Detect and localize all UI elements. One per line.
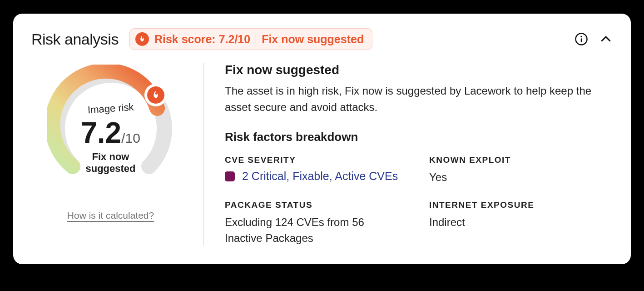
- gauge-center: Image risk 7.2/10 Fix now suggested: [47, 103, 174, 175]
- risk-score-pill: Risk score: 7.2/10 Fix now suggested: [129, 28, 372, 50]
- svg-point-1: [580, 36, 582, 38]
- svg-rect-2: [581, 38, 582, 42]
- fire-icon: [147, 86, 164, 104]
- gauge-score-value: 7.2: [81, 116, 121, 149]
- details-panel: Fix now suggested The asset is in high r…: [204, 63, 613, 246]
- risk-gauge: Image risk 7.2/10 Fix now suggested: [47, 65, 174, 192]
- risk-score-text: Risk score: 7.2/10: [154, 33, 250, 46]
- factor-value: Yes: [429, 170, 613, 186]
- header-actions: [575, 32, 613, 46]
- fire-icon: [135, 32, 149, 46]
- gauge-label: Image risk: [87, 101, 134, 116]
- pill-separator: [256, 33, 256, 45]
- factor-label: INTERNET EXPOSURE: [429, 200, 613, 210]
- breakdown-heading: Risk factors breakdown: [225, 130, 613, 144]
- card-title: Risk analysis: [31, 30, 119, 48]
- risk-factors-grid: CVE SEVERITY 2 Critical, Fixable, Active…: [225, 155, 613, 246]
- card-header: Risk analysis Risk score: 7.2/10 Fix now…: [31, 28, 613, 50]
- risk-analysis-card: Risk analysis Risk score: 7.2/10 Fix now…: [13, 14, 631, 264]
- chevron-up-icon[interactable]: [599, 32, 613, 46]
- factor-known-exploit: KNOWN EXPLOIT Yes: [429, 155, 613, 186]
- how-calculated-link[interactable]: How is it calculated?: [67, 210, 154, 221]
- details-heading: Fix now suggested: [225, 63, 613, 77]
- gauge-panel: Image risk 7.2/10 Fix now suggested: [31, 63, 204, 246]
- factor-label: KNOWN EXPLOIT: [429, 155, 613, 165]
- factor-internet-exposure: INTERNET EXPOSURE Indirect: [429, 200, 613, 246]
- factor-cve-severity: CVE SEVERITY 2 Critical, Fixable, Active…: [225, 155, 420, 186]
- severity-swatch-icon: [225, 171, 235, 181]
- factor-label: CVE SEVERITY: [225, 155, 420, 165]
- risk-action-text: Fix now suggested: [262, 33, 364, 46]
- gauge-score: 7.2/10: [47, 118, 174, 147]
- gauge-score-denom: /10: [121, 130, 140, 146]
- info-icon[interactable]: [575, 32, 588, 46]
- factor-package-status: PACKAGE STATUS Excluding 124 CVEs from 5…: [225, 200, 420, 246]
- factor-value: 2 Critical, Fixable, Active CVEs: [225, 170, 420, 183]
- factor-value: Excluding 124 CVEs from 56 Inactive Pack…: [225, 215, 370, 246]
- cve-severity-link[interactable]: 2 Critical, Fixable, Active CVEs: [242, 170, 398, 183]
- gauge-fire-badge: [145, 85, 166, 105]
- factor-label: PACKAGE STATUS: [225, 200, 420, 210]
- card-body: Image risk 7.2/10 Fix now suggested: [31, 63, 613, 246]
- factor-value: Indirect: [429, 215, 613, 231]
- details-description: The asset is in high risk, Fix now is su…: [225, 83, 613, 115]
- gauge-status: Fix now suggested: [47, 151, 174, 175]
